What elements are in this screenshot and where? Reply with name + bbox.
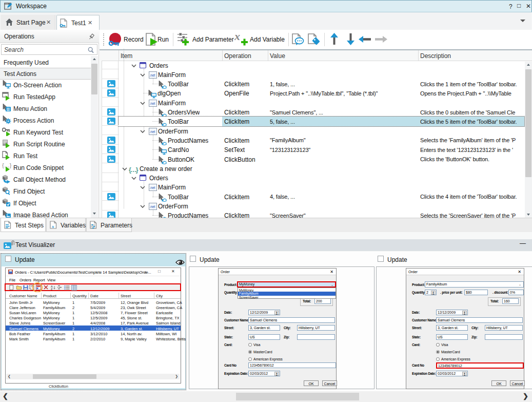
svg-text:.net: .net bbox=[150, 186, 155, 189]
svg-text:x: x bbox=[51, 224, 54, 229]
svg-text:.net: .net bbox=[150, 101, 155, 105]
svg-text:.net: .net bbox=[150, 205, 155, 208]
svg-text:.net: .net bbox=[150, 129, 155, 133]
svg-text:.net: .net bbox=[150, 73, 155, 76]
svg-text:x: x bbox=[234, 32, 240, 43]
